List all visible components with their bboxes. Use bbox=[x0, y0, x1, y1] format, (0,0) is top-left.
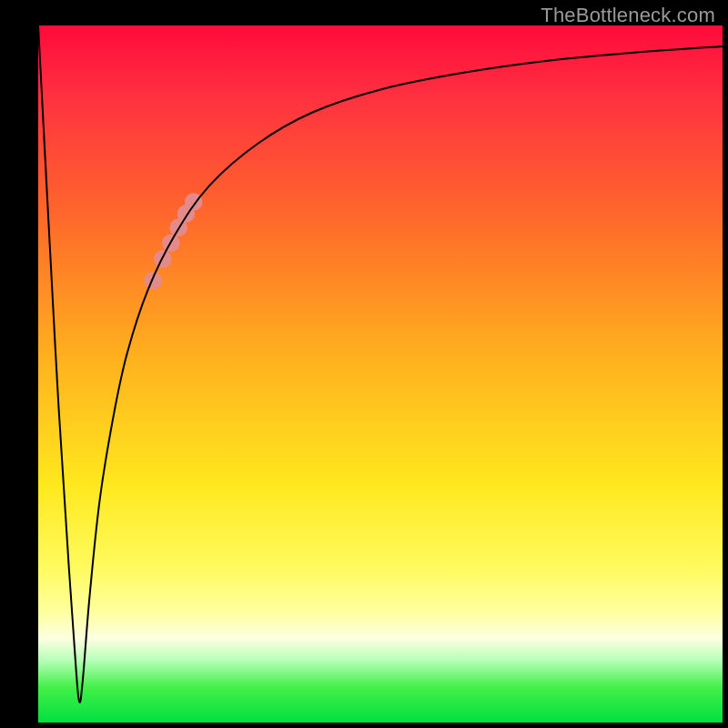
curve-layer bbox=[0, 0, 728, 728]
bottleneck-curve bbox=[38, 25, 723, 703]
chart-frame: TheBottleneck.com bbox=[0, 0, 728, 728]
highlight-dot bbox=[145, 272, 163, 290]
